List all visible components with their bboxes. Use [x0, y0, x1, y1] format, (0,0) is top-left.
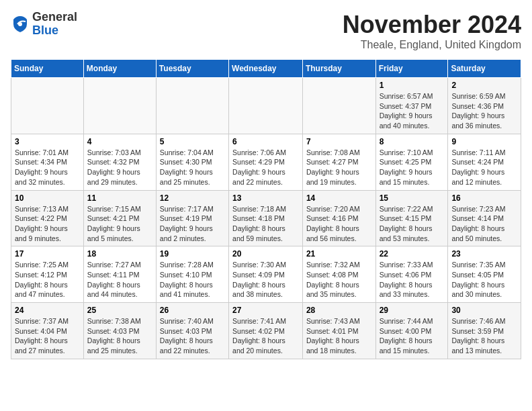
weekday-header-row: SundayMondayTuesdayWednesdayThursdayFrid… — [11, 60, 521, 78]
day-number: 5 — [160, 137, 225, 146]
calendar-cell: 7Sunrise: 7:08 AM Sunset: 4:27 PM Daylig… — [302, 134, 375, 190]
day-info: Sunrise: 7:03 AM Sunset: 4:32 PM Dayligh… — [87, 148, 152, 187]
day-info: Sunrise: 7:37 AM Sunset: 4:04 PM Dayligh… — [15, 316, 80, 356]
weekday-header-monday: Monday — [83, 60, 156, 78]
day-info: Sunrise: 7:46 AM Sunset: 3:59 PM Dayligh… — [451, 316, 517, 356]
calendar-cell: 23Sunrise: 7:35 AM Sunset: 4:05 PM Dayli… — [448, 246, 521, 303]
day-number: 1 — [380, 81, 445, 90]
day-number: 10 — [15, 193, 80, 203]
calendar-cell: 11Sunrise: 7:15 AM Sunset: 4:21 PM Dayli… — [83, 190, 156, 246]
calendar-week-5: 24Sunrise: 7:37 AM Sunset: 4:04 PM Dayli… — [11, 303, 521, 359]
day-number: 21 — [306, 249, 372, 259]
day-info: Sunrise: 7:11 AM Sunset: 4:24 PM Dayligh… — [451, 148, 517, 187]
calendar-cell: 13Sunrise: 7:18 AM Sunset: 4:18 PM Dayli… — [229, 190, 303, 246]
calendar-cell: 24Sunrise: 7:37 AM Sunset: 4:04 PM Dayli… — [11, 303, 84, 359]
calendar-cell: 18Sunrise: 7:27 AM Sunset: 4:11 PM Dayli… — [83, 246, 156, 303]
day-info: Sunrise: 7:43 AM Sunset: 4:01 PM Dayligh… — [306, 316, 372, 356]
day-number: 23 — [451, 249, 517, 259]
month-title: November 2024 — [343, 11, 521, 39]
calendar-cell: 8Sunrise: 7:10 AM Sunset: 4:25 PM Daylig… — [375, 134, 448, 190]
day-number: 11 — [87, 193, 152, 203]
day-number: 12 — [160, 193, 225, 203]
day-info: Sunrise: 6:57 AM Sunset: 4:37 PM Dayligh… — [380, 91, 445, 131]
calendar-cell: 12Sunrise: 7:17 AM Sunset: 4:19 PM Dayli… — [156, 190, 228, 246]
calendar-week-1: 1Sunrise: 6:57 AM Sunset: 4:37 PM Daylig… — [11, 78, 521, 134]
weekday-header-wednesday: Wednesday — [229, 60, 303, 78]
day-info: Sunrise: 7:40 AM Sunset: 4:03 PM Dayligh… — [160, 316, 225, 356]
day-info: Sunrise: 7:10 AM Sunset: 4:25 PM Dayligh… — [380, 148, 445, 187]
title-block: November 2024 Theale, England, United Ki… — [343, 11, 521, 51]
calendar-cell: 14Sunrise: 7:20 AM Sunset: 4:16 PM Dayli… — [302, 190, 375, 246]
calendar-week-3: 10Sunrise: 7:13 AM Sunset: 4:22 PM Dayli… — [11, 190, 521, 246]
logo-general-text: General — [32, 10, 77, 24]
calendar-cell: 16Sunrise: 7:23 AM Sunset: 4:14 PM Dayli… — [448, 190, 521, 246]
logo: General Blue — [11, 11, 77, 38]
day-info: Sunrise: 7:30 AM Sunset: 4:09 PM Dayligh… — [232, 260, 299, 300]
calendar-cell: 9Sunrise: 7:11 AM Sunset: 4:24 PM Daylig… — [448, 134, 521, 190]
day-info: Sunrise: 7:25 AM Sunset: 4:12 PM Dayligh… — [15, 260, 80, 300]
calendar-cell: 29Sunrise: 7:44 AM Sunset: 4:00 PM Dayli… — [375, 303, 448, 359]
page-header: General Blue November 2024 Theale, Engla… — [11, 11, 521, 51]
calendar-week-2: 3Sunrise: 7:01 AM Sunset: 4:34 PM Daylig… — [11, 134, 521, 190]
day-number: 16 — [451, 193, 517, 203]
logo-blue-text: Blue — [32, 24, 58, 37]
day-info: Sunrise: 7:33 AM Sunset: 4:06 PM Dayligh… — [380, 260, 445, 300]
day-number: 14 — [306, 193, 372, 203]
day-number: 30 — [451, 306, 517, 315]
calendar-cell: 19Sunrise: 7:28 AM Sunset: 4:10 PM Dayli… — [156, 246, 228, 303]
logo-icon — [11, 15, 30, 34]
day-number: 18 — [87, 249, 152, 259]
day-number: 26 — [160, 306, 225, 315]
day-info: Sunrise: 7:35 AM Sunset: 4:05 PM Dayligh… — [451, 260, 517, 300]
day-number: 25 — [87, 306, 152, 315]
day-info: Sunrise: 7:20 AM Sunset: 4:16 PM Dayligh… — [306, 204, 372, 244]
day-number: 22 — [380, 249, 445, 259]
day-info: Sunrise: 7:22 AM Sunset: 4:15 PM Dayligh… — [380, 204, 445, 244]
day-info: Sunrise: 7:01 AM Sunset: 4:34 PM Dayligh… — [15, 148, 80, 187]
calendar-cell: 22Sunrise: 7:33 AM Sunset: 4:06 PM Dayli… — [375, 246, 448, 303]
day-info: Sunrise: 7:32 AM Sunset: 4:08 PM Dayligh… — [306, 260, 372, 300]
day-number: 20 — [232, 249, 299, 259]
weekday-header-thursday: Thursday — [302, 60, 375, 78]
calendar-cell: 10Sunrise: 7:13 AM Sunset: 4:22 PM Dayli… — [11, 190, 84, 246]
weekday-header-friday: Friday — [375, 60, 448, 78]
weekday-header-tuesday: Tuesday — [156, 60, 228, 78]
calendar-cell: 3Sunrise: 7:01 AM Sunset: 4:34 PM Daylig… — [11, 134, 84, 190]
day-info: Sunrise: 7:17 AM Sunset: 4:19 PM Dayligh… — [160, 204, 225, 244]
calendar-cell: 15Sunrise: 7:22 AM Sunset: 4:15 PM Dayli… — [375, 190, 448, 246]
calendar-cell — [229, 78, 303, 134]
day-info: Sunrise: 7:28 AM Sunset: 4:10 PM Dayligh… — [160, 260, 225, 300]
day-number: 24 — [15, 306, 80, 315]
calendar-cell: 27Sunrise: 7:41 AM Sunset: 4:02 PM Dayli… — [229, 303, 303, 359]
day-info: Sunrise: 6:59 AM Sunset: 4:36 PM Dayligh… — [451, 91, 517, 131]
day-info: Sunrise: 7:44 AM Sunset: 4:00 PM Dayligh… — [380, 316, 445, 356]
calendar-cell — [83, 78, 156, 134]
calendar-cell: 17Sunrise: 7:25 AM Sunset: 4:12 PM Dayli… — [11, 246, 84, 303]
calendar-cell: 2Sunrise: 6:59 AM Sunset: 4:36 PM Daylig… — [448, 78, 521, 134]
day-info: Sunrise: 7:23 AM Sunset: 4:14 PM Dayligh… — [451, 204, 517, 244]
weekday-header-sunday: Sunday — [11, 60, 84, 78]
svg-point-0 — [18, 22, 22, 26]
day-number: 19 — [160, 249, 225, 259]
day-info: Sunrise: 7:13 AM Sunset: 4:22 PM Dayligh… — [15, 204, 80, 244]
location-subtitle: Theale, England, United Kingdom — [343, 39, 521, 51]
calendar-cell: 21Sunrise: 7:32 AM Sunset: 4:08 PM Dayli… — [302, 246, 375, 303]
day-info: Sunrise: 7:41 AM Sunset: 4:02 PM Dayligh… — [232, 316, 299, 356]
day-number: 2 — [451, 81, 517, 90]
day-number: 7 — [306, 137, 372, 146]
day-number: 4 — [87, 137, 152, 146]
day-number: 8 — [380, 137, 445, 146]
calendar-cell: 30Sunrise: 7:46 AM Sunset: 3:59 PM Dayli… — [448, 303, 521, 359]
calendar-cell: 25Sunrise: 7:38 AM Sunset: 4:03 PM Dayli… — [83, 303, 156, 359]
calendar-cell — [11, 78, 84, 134]
day-number: 9 — [451, 137, 517, 146]
day-info: Sunrise: 7:06 AM Sunset: 4:29 PM Dayligh… — [232, 148, 299, 187]
calendar-cell: 26Sunrise: 7:40 AM Sunset: 4:03 PM Dayli… — [156, 303, 228, 359]
calendar-cell: 4Sunrise: 7:03 AM Sunset: 4:32 PM Daylig… — [83, 134, 156, 190]
calendar-cell — [302, 78, 375, 134]
day-info: Sunrise: 7:15 AM Sunset: 4:21 PM Dayligh… — [87, 204, 152, 244]
weekday-header-saturday: Saturday — [448, 60, 521, 78]
day-number: 28 — [306, 306, 372, 315]
calendar-week-4: 17Sunrise: 7:25 AM Sunset: 4:12 PM Dayli… — [11, 246, 521, 303]
calendar-cell: 6Sunrise: 7:06 AM Sunset: 4:29 PM Daylig… — [229, 134, 303, 190]
